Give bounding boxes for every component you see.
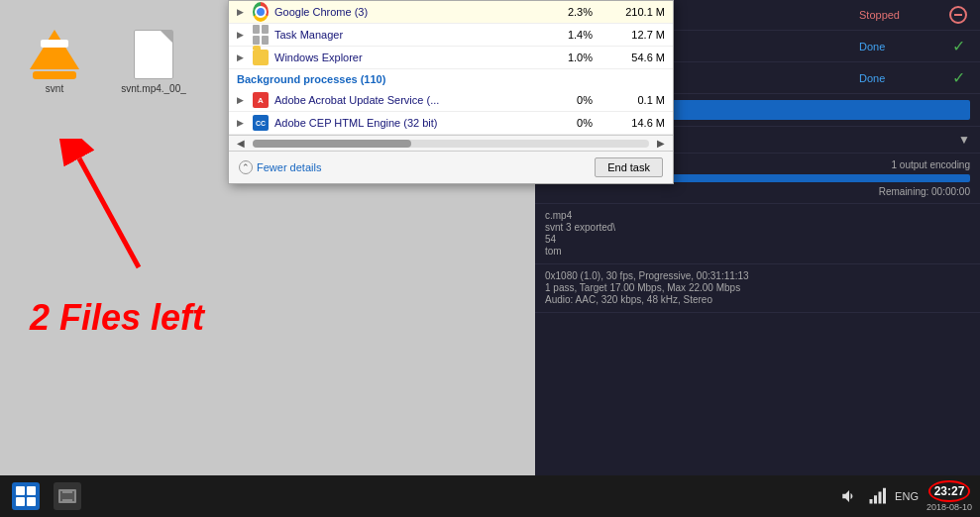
file-info-line-2: svnt 3 exported\ (545, 222, 970, 233)
tm-cep-name: Adobe CEP HTML Engine (32 bit) (274, 117, 546, 129)
arrow-svg (59, 139, 159, 277)
signal-icon[interactable] (867, 486, 887, 506)
tm-row-acrobat[interactable]: ▶ A Adobe Acrobat Update Service (... 0%… (229, 89, 673, 112)
tm-explorer-name: Windows Explorer (274, 52, 546, 63)
rp-status-3: Done (859, 72, 938, 84)
svg-rect-3 (874, 495, 877, 503)
tm-taskmanager-icon (253, 27, 269, 43)
tech-info-line-1: 0x1080 (1.0), 30 fps, Progressive, 00:31… (545, 270, 970, 281)
check-icon-3: ✓ (952, 68, 965, 87)
taskbar-right: ENG 23:27 2018-08-10 (839, 480, 972, 512)
files-left-annotation: 2 Files left (30, 297, 204, 339)
rp-action-2: ✓ (946, 37, 970, 55)
rp-action-1[interactable] (946, 6, 970, 24)
desktop-icons: svnt svnt.mp4._00_ (20, 30, 188, 94)
tm-taskmanager-cpu: 1.4% (546, 29, 600, 41)
tech-info-line-2: 1 pass, Target 17.00 Mbps, Max 22.00 Mbp… (545, 282, 970, 293)
arrow-annotation (59, 139, 159, 280)
tm-chrome-name: Google Chrome (3) (274, 6, 546, 18)
taskbar-app-2[interactable] (50, 478, 85, 514)
file-icon-label: svnt.mp4._00_ (121, 83, 186, 94)
remaining-text: Remaining: 00:00:00 (545, 186, 970, 197)
tm-row-taskmanager[interactable]: ▶ Task Manager 1.4% 12.7 M (229, 24, 673, 47)
tech-info-section: 0x1080 (1.0), 30 fps, Progressive, 00:31… (535, 264, 980, 313)
volume-icon[interactable] (839, 486, 859, 506)
vlc-base (33, 71, 76, 79)
tm-scrollbar[interactable]: ◀ ▶ (229, 135, 673, 152)
tm-chrome-mem: 210.1 M (600, 6, 665, 18)
tm-cep-cpu: 0% (546, 117, 600, 129)
svg-rect-4 (879, 492, 882, 504)
tm-taskmanager-name: Task Manager (274, 29, 546, 41)
end-task-button[interactable]: End task (595, 157, 663, 177)
tm-cep-icon: CC (253, 115, 269, 131)
background-processes-header: Background processes (110) (229, 69, 673, 89)
clock-date: 2018-08-10 (926, 502, 972, 512)
tm-chrome-icon (253, 4, 269, 20)
scroll-right-arrow[interactable]: ▶ (653, 138, 669, 149)
dropdown-chevron-icon[interactable]: ▼ (958, 133, 970, 147)
tm-expand-explorer[interactable]: ▶ (237, 52, 247, 62)
tm-row-adobe-cep[interactable]: ▶ CC Adobe CEP HTML Engine (32 bit) 0% 1… (229, 112, 673, 135)
scroll-left-arrow[interactable]: ◀ (233, 138, 249, 149)
tm-footer: ⌃ Fewer details End task (229, 152, 673, 183)
tm-explorer-cpu: 1.0% (546, 52, 600, 63)
check-icon-2: ✓ (952, 37, 965, 55)
tm-expand-tm[interactable]: ▶ (237, 30, 247, 40)
clock-time: 23:27 (928, 480, 971, 502)
tm-chrome-cpu: 2.3% (546, 6, 600, 18)
tm-cep-mem: 14.6 M (600, 117, 665, 129)
file-icon-shape (134, 30, 173, 79)
tm-acrobat-name: Adobe Acrobat Update Service (... (274, 94, 546, 106)
svg-rect-2 (870, 499, 873, 504)
svg-rect-5 (883, 488, 886, 504)
tm-expand-chrome[interactable]: ▶ (237, 7, 247, 17)
desktop-icon-vlc[interactable]: svnt (20, 30, 89, 94)
rp-status-1: Stopped (859, 9, 938, 21)
rp-action-3: ✓ (946, 68, 970, 87)
tm-row-explorer[interactable]: ▶ Windows Explorer 1.0% 54.6 M (229, 47, 673, 69)
taskbar: ENG 23:27 2018-08-10 (0, 475, 980, 517)
fewer-details-label: Fewer details (257, 161, 321, 173)
fewer-details-icon: ⌃ (239, 160, 253, 174)
stop-icon-1 (949, 6, 967, 24)
tm-explorer-icon (253, 50, 269, 65)
vlc-app-icon (30, 30, 79, 79)
tm-explorer-mem: 54.6 M (600, 52, 665, 63)
vlc-icon-label: svnt (46, 83, 63, 94)
file-info-section: c.mp4 svnt 3 exported\ 54 tom (535, 204, 980, 264)
file-info-line-4: tom (545, 246, 970, 257)
tm-taskmanager-mem: 12.7 M (600, 29, 665, 41)
tech-info-line-3: Audio: AAC, 320 kbps, 48 kHz, Stereo (545, 294, 970, 305)
taskbar-app-1-icon (12, 482, 40, 510)
tm-row-chrome[interactable]: ▶ Google Chrome (3) 2.3% 210.1 M (229, 1, 673, 24)
tm-acrobat-cpu: 0% (546, 94, 600, 106)
scrollbar-track[interactable] (253, 140, 649, 148)
taskbar-left (8, 478, 85, 514)
task-manager-popup: ▶ Google Chrome (3) 2.3% 210.1 M ▶ Task … (228, 0, 674, 184)
taskbar-clock[interactable]: 23:27 2018-08-10 (926, 480, 972, 512)
taskbar-app-2-icon (54, 482, 81, 510)
file-app-icon (134, 30, 173, 79)
file-info-line-3: 54 (545, 234, 970, 245)
tm-acrobat-mem: 0.1 M (600, 94, 665, 106)
tm-expand-acrobat[interactable]: ▶ (237, 95, 247, 105)
scrollbar-thumb[interactable] (253, 140, 411, 148)
language-indicator[interactable]: ENG (895, 490, 919, 502)
desktop-icon-file[interactable]: svnt.mp4._00_ (119, 30, 188, 94)
file-info-line-1: c.mp4 (545, 210, 970, 221)
taskbar-app-1[interactable] (8, 478, 44, 514)
rp-status-2: Done (859, 41, 938, 52)
svg-line-1 (79, 158, 139, 267)
tm-expand-cep[interactable]: ▶ (237, 118, 247, 128)
fewer-details-button[interactable]: ⌃ Fewer details (239, 160, 321, 174)
vlc-cone (30, 30, 79, 69)
tm-acrobat-icon: A (253, 92, 269, 108)
